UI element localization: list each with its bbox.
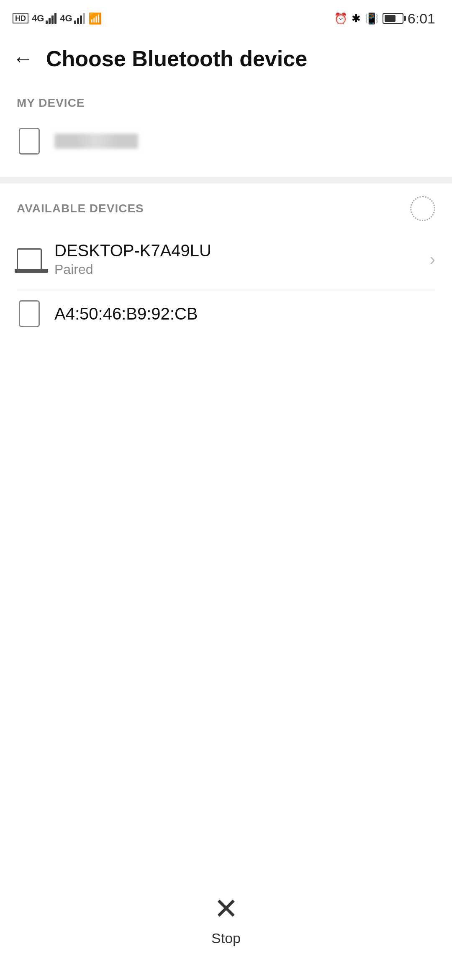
device-item-1[interactable]: A4:50:46:B9:92:CB	[0, 289, 452, 338]
stop-button-container: ✕ Stop	[0, 894, 452, 946]
laptop-icon	[17, 248, 42, 270]
stop-icon[interactable]: ✕	[214, 894, 239, 923]
device-name-0: DESKTOP-K7A49LU	[54, 241, 417, 260]
status-left: HD 4G 4G 📶	[13, 12, 102, 25]
tablet-icon-container-1	[17, 301, 42, 326]
alarm-icon: ⏰	[334, 12, 347, 25]
my-device-icon	[17, 129, 42, 154]
available-devices-section: AVAILABLE DEVICES DESKTOP-K7A49LU Paired…	[0, 183, 452, 338]
section-divider	[0, 177, 452, 183]
hd-badge: HD	[13, 13, 28, 23]
device-info-1: A4:50:46:B9:92:CB	[54, 304, 435, 323]
status-time: 6:01	[408, 10, 435, 27]
available-devices-label: AVAILABLE DEVICES	[17, 202, 144, 215]
my-device-name	[54, 134, 138, 149]
back-button[interactable]: ←	[13, 48, 33, 69]
available-devices-header: AVAILABLE DEVICES	[0, 183, 452, 230]
device-item-0[interactable]: DESKTOP-K7A49LU Paired ›	[0, 230, 452, 289]
header: ← Choose Bluetooth device	[0, 34, 452, 84]
device-info-0: DESKTOP-K7A49LU Paired	[54, 241, 417, 277]
signal-bars-2	[74, 13, 85, 24]
laptop-icon-container	[17, 247, 42, 272]
scanning-spinner	[410, 196, 435, 221]
tablet-icon	[19, 128, 40, 155]
stop-label[interactable]: Stop	[211, 930, 241, 946]
my-device-item[interactable]	[0, 118, 452, 164]
status-right: ⏰ ✱ 📳 6:01	[334, 10, 435, 27]
network-4g-1: 4G	[32, 13, 44, 24]
network-4g-2: 4G	[60, 13, 72, 24]
status-bar: HD 4G 4G 📶 ⏰ ✱	[0, 0, 452, 34]
device-status-0: Paired	[54, 262, 417, 277]
battery-icon	[383, 13, 403, 24]
bluetooth-icon: ✱	[352, 12, 361, 25]
signal-bars-1	[46, 13, 56, 24]
wifi-icon: 📶	[88, 12, 102, 25]
my-device-section: MY DEVICE	[0, 84, 452, 177]
chevron-right-icon-0: ›	[430, 250, 435, 269]
my-device-label: MY DEVICE	[0, 84, 452, 118]
device-name-1: A4:50:46:B9:92:CB	[54, 304, 435, 323]
page-title: Choose Bluetooth device	[46, 46, 307, 71]
vibrate-icon: 📳	[365, 12, 378, 25]
tablet-icon-1	[19, 300, 40, 327]
